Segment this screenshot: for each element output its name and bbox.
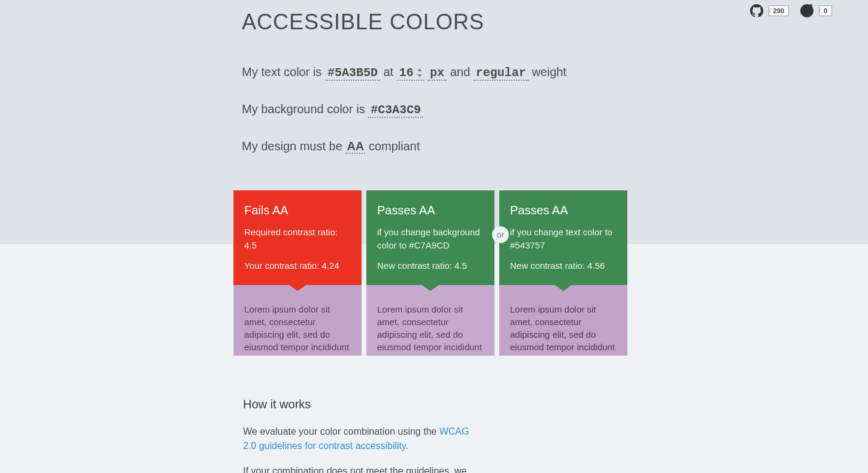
suggestion-text: if you change background color to #C7A9C…	[377, 226, 484, 252]
font-size-unit-select[interactable]: px	[427, 66, 447, 81]
label: My background color is	[242, 102, 368, 116]
suggestion-text: if you change text color to #543757	[510, 226, 617, 252]
bg-color-input[interactable]: #C3A3C9	[368, 103, 423, 118]
card-heading: Passes AA	[510, 204, 617, 217]
required-ratio: Required contrast ratio: 4.5	[244, 226, 351, 252]
label: and	[450, 65, 474, 78]
sample-text: Lorem ipsum dolor sit amet, consectetur …	[233, 285, 362, 356]
sample-text: Lorem ipsum dolor sit amet, consectetur …	[499, 285, 627, 356]
how-paragraph-2: If your combination does not meet the gu…	[243, 464, 482, 474]
twitter-share-count: 0	[819, 5, 832, 16]
your-ratio: Your contrast ratio: 4.24	[244, 260, 351, 271]
twitter-icon	[800, 4, 814, 18]
github-star-button[interactable]: 290	[749, 4, 789, 18]
label: at	[384, 65, 397, 78]
twitter-share-button[interactable]: 0	[800, 4, 832, 18]
bg-color-sentence: My background color is #C3A3C9	[242, 99, 626, 120]
font-size-input[interactable]: 16	[397, 66, 424, 81]
new-ratio: New contrast ratio: 4.5	[377, 260, 484, 271]
compliance-level-select[interactable]: AA	[345, 140, 365, 154]
card-heading: Fails AA	[244, 204, 351, 217]
label: My text color is	[242, 65, 325, 78]
github-star-count: 290	[769, 5, 789, 16]
page-title: ACCESSIBLE COLORS	[242, 0, 626, 35]
label: weight	[532, 65, 566, 78]
compliance-sentence: My design must be AA compliant	[242, 137, 626, 156]
result-card-bg-fix: Passes AA if you change background color…	[366, 190, 494, 356]
label: compliant	[369, 140, 420, 153]
section-heading: How it works	[243, 398, 482, 411]
results-cards: Fails AA Required contrast ratio: 4.5 Yo…	[233, 190, 629, 356]
how-it-works-section: How it works We evaluate your color comb…	[243, 398, 482, 474]
social-buttons: 290 0	[749, 4, 832, 18]
text: If your combination does not meet the gu…	[243, 466, 481, 474]
new-ratio: New contrast ratio: 4.56	[510, 260, 617, 271]
text-color-input[interactable]: #5A3B5D	[325, 66, 380, 81]
sample-text: Lorem ipsum dolor sit amet, consectetur …	[366, 285, 494, 356]
text-color-sentence: My text color is #5A3B5D at 16 px and re…	[242, 62, 626, 83]
result-card-text-fix: Passes AA if you change text color to #5…	[499, 190, 627, 356]
label: My design must be	[242, 140, 345, 153]
result-card-fails: Fails AA Required contrast ratio: 4.5 Yo…	[233, 190, 362, 356]
how-paragraph-1: We evaluate your color combination using…	[243, 425, 482, 453]
or-badge: or	[492, 226, 509, 243]
github-icon	[749, 4, 764, 18]
font-weight-select[interactable]: regular	[474, 66, 529, 81]
text: We evaluate your color combination using…	[243, 426, 439, 436]
card-heading: Passes AA	[377, 204, 484, 217]
